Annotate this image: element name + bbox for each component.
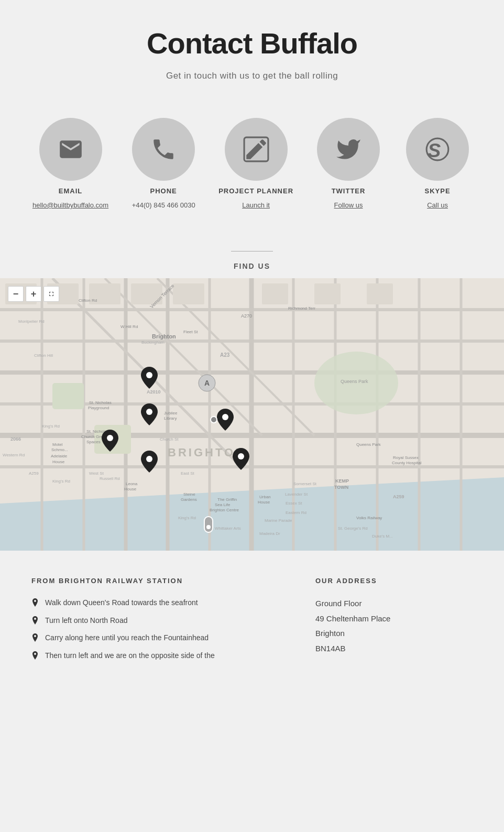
- svg-text:Playground: Playground: [88, 406, 109, 410]
- svg-text:County Hospital: County Hospital: [392, 461, 422, 465]
- address-line-3: Brighton: [315, 628, 473, 640]
- svg-point-106: [238, 453, 244, 459]
- svg-rect-108: [204, 517, 213, 532]
- address-line-2: 49 Cheltenham Place: [315, 613, 473, 625]
- svg-text:W Hill Rd: W Hill Rd: [120, 324, 138, 329]
- svg-text:House: House: [52, 459, 65, 464]
- direction-item-3: Carry along here until you reach the Fou…: [31, 633, 284, 643]
- svg-text:A: A: [204, 379, 210, 387]
- fullscreen-button[interactable]: [43, 286, 59, 302]
- our-address: OUR ADDRESS Ground Floor 49 Cheltenham P…: [315, 577, 473, 661]
- svg-text:A270: A270: [241, 313, 252, 319]
- project-planner-circle[interactable]: [225, 118, 288, 181]
- svg-text:Buckingham: Buckingham: [141, 340, 165, 345]
- svg-text:Volks Railway: Volks Railway: [356, 516, 382, 520]
- svg-text:Motel: Motel: [52, 442, 63, 447]
- svg-text:Library: Library: [164, 416, 177, 421]
- svg-text:Somerset St: Somerset St: [293, 481, 317, 486]
- address-title: OUR ADDRESS: [315, 577, 473, 585]
- svg-text:Brighton Centre: Brighton Centre: [210, 508, 239, 512]
- svg-point-104: [222, 414, 228, 420]
- address-line-1: Ground Floor: [315, 598, 473, 610]
- page-title: Contact Buffalo: [10, 26, 494, 60]
- svg-text:Adelaide: Adelaide: [51, 454, 68, 458]
- direction-item-1: Walk down Queen's Road towards the seafr…: [31, 598, 284, 608]
- svg-text:West St: West St: [89, 471, 104, 476]
- svg-text:Fleet St: Fleet St: [183, 330, 198, 334]
- svg-point-105: [146, 456, 152, 462]
- pin-icon-4: [31, 651, 39, 661]
- svg-text:KEMP: KEMP: [335, 478, 349, 484]
- svg-text:Eastern Rd: Eastern Rd: [286, 510, 306, 515]
- fullscreen-icon: [48, 290, 55, 298]
- svg-text:Brighton: Brighton: [152, 333, 176, 340]
- phone-icon: [150, 136, 177, 162]
- email-label: EMAIL: [59, 187, 82, 195]
- contact-section: EMAIL hello@builtbybuffalo.com PHONE +44…: [0, 97, 504, 235]
- svg-text:A2010: A2010: [147, 389, 161, 395]
- skype-icon: S: [424, 136, 451, 162]
- pin-icon-3: [31, 633, 39, 643]
- phone-circle[interactable]: [132, 118, 195, 181]
- phone-label: PHONE: [150, 187, 177, 195]
- twitter-circle[interactable]: [317, 118, 380, 181]
- twitter-label: TWITTER: [332, 187, 366, 195]
- from-station-title: FROM BRIGHTON RAILWAY STATION: [31, 577, 284, 585]
- svg-text:Clifton Hill: Clifton Hill: [34, 353, 53, 358]
- map-section: Vernon Terrace Clifton Rd W Hill Rd Flee…: [0, 278, 504, 551]
- email-value[interactable]: hello@builtbybuffalo.com: [32, 201, 108, 209]
- directions-list: Walk down Queen's Road towards the seafr…: [31, 598, 284, 661]
- svg-text:East St: East St: [181, 471, 195, 476]
- address-line-4: BN14AB: [315, 643, 473, 655]
- twitter-icon: [335, 136, 361, 162]
- skype-value[interactable]: Call us: [427, 201, 448, 209]
- contact-email: EMAIL hello@builtbybuffalo.com: [32, 118, 108, 209]
- svg-point-103: [107, 435, 113, 441]
- zoom-out-button[interactable]: −: [8, 286, 24, 302]
- svg-text:Madeira Dr: Madeira Dr: [259, 531, 280, 536]
- project-planner-label: PROJECT PLANNER: [218, 187, 293, 195]
- svg-text:Russell Rd: Russell Rd: [100, 476, 120, 481]
- edit-icon: [243, 136, 269, 162]
- skype-label: SKYPE: [424, 187, 450, 195]
- pin-icon-2: [31, 616, 39, 626]
- svg-rect-28: [52, 383, 84, 409]
- svg-text:King's Rd: King's Rd: [178, 516, 196, 520]
- skype-circle[interactable]: S: [406, 118, 469, 181]
- svg-text:Queens Park: Queens Park: [341, 379, 368, 384]
- svg-text:King's Rd: King's Rd: [42, 424, 60, 429]
- svg-text:Royal Sussex: Royal Sussex: [393, 455, 419, 460]
- page-subtitle: Get in touch with us to get the ball rol…: [10, 71, 494, 81]
- svg-text:The Griffin: The Griffin: [217, 497, 237, 502]
- svg-text:Sea Life: Sea Life: [215, 502, 231, 507]
- svg-text:TOWN: TOWN: [334, 485, 348, 490]
- svg-point-109: [206, 525, 211, 529]
- svg-rect-36: [314, 283, 341, 304]
- svg-text:A259: A259: [29, 471, 39, 476]
- phone-value: +44(0) 845 466 0030: [132, 201, 195, 209]
- find-us-label: FIND US: [234, 262, 270, 270]
- email-icon: [58, 136, 84, 162]
- svg-text:Duke's M...: Duke's M...: [372, 534, 393, 539]
- svg-text:Marine Parade: Marine Parade: [265, 518, 292, 523]
- svg-text:Steine: Steine: [183, 492, 195, 497]
- map-controls: − +: [8, 286, 59, 302]
- svg-text:Richmond Terr: Richmond Terr: [288, 306, 315, 311]
- contact-twitter: TWITTER Follow us: [314, 118, 382, 209]
- svg-text:Spaces: Spaces: [86, 440, 101, 444]
- twitter-value[interactable]: Follow us: [334, 201, 363, 209]
- svg-point-100: [146, 409, 152, 415]
- from-station: FROM BRIGHTON RAILWAY STATION Walk down …: [31, 577, 284, 661]
- svg-text:A259: A259: [393, 494, 404, 499]
- svg-text:Church St: Church St: [160, 437, 179, 442]
- address-lines: Ground Floor 49 Cheltenham Place Brighto…: [315, 598, 473, 654]
- svg-text:Jubilee: Jubilee: [164, 411, 178, 415]
- project-planner-value[interactable]: Launch it: [242, 201, 270, 209]
- email-circle[interactable]: [39, 118, 102, 181]
- svg-text:A23: A23: [220, 352, 230, 358]
- map-svg: Vernon Terrace Clifton Rd W Hill Rd Flee…: [0, 278, 504, 551]
- contact-phone: PHONE +44(0) 845 466 0030: [129, 118, 198, 209]
- svg-text:House: House: [124, 487, 137, 491]
- header-section: Contact Buffalo Get in touch with us to …: [0, 0, 504, 97]
- zoom-in-button[interactable]: +: [26, 286, 41, 302]
